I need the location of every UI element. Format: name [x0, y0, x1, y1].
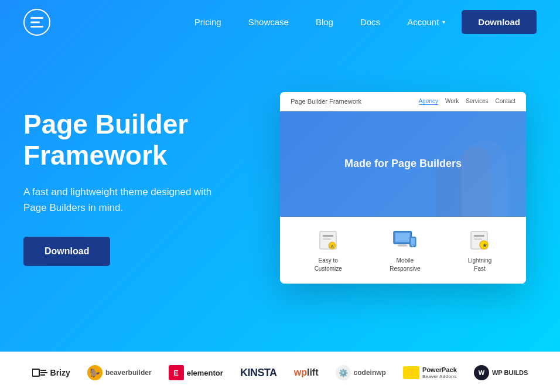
partner-kinsta: KINSTA: [240, 367, 277, 379]
nav-download-button[interactable]: Download: [462, 10, 537, 34]
svg-text:A: A: [331, 244, 334, 249]
preview-nav-contact: Contact: [496, 98, 515, 105]
preview-nav: Agency Work Services Contact: [419, 98, 515, 105]
svg-rect-5: [323, 238, 331, 240]
feature-fast-label: LightningFast: [468, 257, 492, 273]
svg-rect-13: [411, 238, 415, 244]
feature-customize-label: Easy toCustomize: [315, 257, 342, 273]
svg-rect-9: [395, 233, 410, 241]
nav-blog[interactable]: Blog: [305, 12, 344, 32]
preview-nav-agency: Agency: [419, 98, 438, 105]
hero-subtitle: A fast and lightweight theme designed wi…: [23, 184, 223, 216]
svg-text:★: ★: [482, 242, 487, 248]
partner-beaverbuilder: 🦫 beaverbuilder: [87, 365, 152, 380]
partner-wplift: wplift: [294, 367, 319, 378]
hero-download-button[interactable]: Download: [23, 237, 110, 266]
partner-codeinwp: ⚙️ codeinwp: [336, 365, 386, 380]
preview-features: A Easy toCustomize: [280, 217, 526, 284]
header: Pricing Showcase Blog Docs Account ▾ Dow…: [0, 0, 560, 44]
powerpack-label: PowerPack: [422, 366, 457, 374]
svg-point-14: [412, 245, 414, 246]
preview-feature-fast: ★ LightningFast: [468, 229, 492, 273]
hero-title: Page Builder Framework: [23, 109, 269, 171]
wplift-label: wplift: [294, 367, 319, 378]
svg-rect-16: [474, 235, 484, 237]
nav-account[interactable]: Account ▾: [397, 12, 456, 32]
partners-bar: Brizy 🦫 beaverbuilder E elementor KINSTA…: [0, 352, 560, 392]
nav-pricing[interactable]: Pricing: [184, 12, 232, 32]
preview-nav-services: Services: [466, 98, 488, 105]
kinsta-label: KINSTA: [240, 367, 277, 379]
brizy-label: Brizy: [50, 368, 70, 377]
codeinwp-label: codeinwp: [354, 369, 386, 377]
partner-elementor: E elementor: [169, 365, 223, 380]
hero-content: Page Builder Framework A fast and lightw…: [23, 97, 269, 266]
partner-brizy: Brizy: [32, 367, 70, 378]
preview-feature-customize: A Easy toCustomize: [315, 229, 342, 273]
partner-powerpack: ⚡ PowerPack Beaver Addons: [403, 366, 457, 379]
svg-rect-1: [30, 21, 40, 23]
responsive-icon: [393, 229, 416, 252]
logo[interactable]: [23, 9, 50, 36]
svg-rect-11: [398, 245, 408, 246]
svg-rect-4: [323, 235, 333, 237]
partner-wpbuilds: W WP BUILDS: [474, 365, 528, 380]
preview-topbar: Page Builder Framework Agency Work Servi…: [280, 92, 526, 111]
svg-rect-17: [474, 238, 482, 240]
preview-hero-text: Made for Page Builders: [344, 158, 462, 170]
elementor-label: elementor: [187, 369, 223, 377]
preview-hero-banner: Made for Page Builders: [280, 111, 526, 217]
hero-preview: Page Builder Framework Agency Work Servi…: [269, 80, 537, 284]
logo-icon: [23, 9, 50, 36]
svg-rect-2: [30, 26, 43, 28]
svg-rect-20: [32, 369, 39, 376]
preview-feature-responsive: MobileResponsive: [390, 229, 420, 273]
customize-icon: A: [316, 229, 340, 252]
hero-section: Page Builder Framework A fast and lightw…: [0, 0, 560, 352]
preview-nav-work: Work: [445, 98, 459, 105]
chevron-down-icon: ▾: [442, 19, 445, 25]
beaverbuilder-label: beaverbuilder: [105, 369, 152, 377]
svg-rect-10: [399, 244, 407, 245]
fast-icon: ★: [468, 229, 491, 252]
preview-window: Page Builder Framework Agency Work Servi…: [280, 92, 526, 284]
main-nav: Pricing Showcase Blog Docs Account ▾ Dow…: [184, 10, 537, 34]
feature-responsive-label: MobileResponsive: [390, 257, 420, 273]
wpbuilds-label: WP BUILDS: [492, 369, 528, 376]
preview-brand: Page Builder Framework: [291, 98, 361, 105]
nav-showcase[interactable]: Showcase: [238, 12, 299, 32]
nav-docs[interactable]: Docs: [350, 12, 391, 32]
svg-rect-0: [30, 17, 43, 19]
